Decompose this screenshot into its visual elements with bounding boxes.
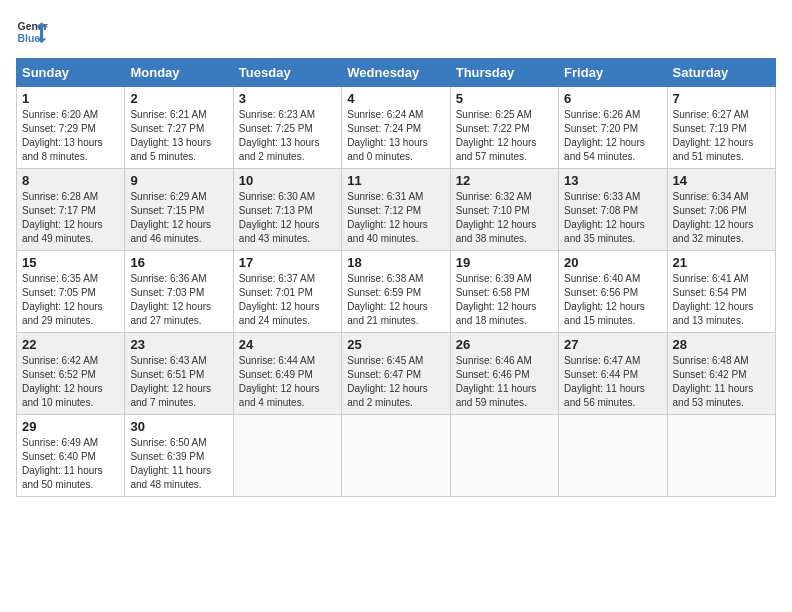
calendar-cell: 20Sunrise: 6:40 AMSunset: 6:56 PMDayligh… bbox=[559, 251, 667, 333]
day-number: 30 bbox=[130, 419, 227, 434]
calendar-cell: 7Sunrise: 6:27 AMSunset: 7:19 PMDaylight… bbox=[667, 87, 775, 169]
day-info: Sunrise: 6:39 AMSunset: 6:58 PMDaylight:… bbox=[456, 272, 553, 328]
col-header-saturday: Saturday bbox=[667, 59, 775, 87]
day-info: Sunrise: 6:44 AMSunset: 6:49 PMDaylight:… bbox=[239, 354, 336, 410]
col-header-monday: Monday bbox=[125, 59, 233, 87]
day-info: Sunrise: 6:20 AMSunset: 7:29 PMDaylight:… bbox=[22, 108, 119, 164]
day-info: Sunrise: 6:50 AMSunset: 6:39 PMDaylight:… bbox=[130, 436, 227, 492]
calendar-cell: 8Sunrise: 6:28 AMSunset: 7:17 PMDaylight… bbox=[17, 169, 125, 251]
day-info: Sunrise: 6:27 AMSunset: 7:19 PMDaylight:… bbox=[673, 108, 770, 164]
calendar-cell: 24Sunrise: 6:44 AMSunset: 6:49 PMDayligh… bbox=[233, 333, 341, 415]
calendar-cell: 12Sunrise: 6:32 AMSunset: 7:10 PMDayligh… bbox=[450, 169, 558, 251]
day-info: Sunrise: 6:45 AMSunset: 6:47 PMDaylight:… bbox=[347, 354, 444, 410]
day-number: 2 bbox=[130, 91, 227, 106]
calendar-cell: 5Sunrise: 6:25 AMSunset: 7:22 PMDaylight… bbox=[450, 87, 558, 169]
day-number: 17 bbox=[239, 255, 336, 270]
day-number: 9 bbox=[130, 173, 227, 188]
calendar-cell: 4Sunrise: 6:24 AMSunset: 7:24 PMDaylight… bbox=[342, 87, 450, 169]
day-info: Sunrise: 6:35 AMSunset: 7:05 PMDaylight:… bbox=[22, 272, 119, 328]
day-info: Sunrise: 6:32 AMSunset: 7:10 PMDaylight:… bbox=[456, 190, 553, 246]
day-info: Sunrise: 6:33 AMSunset: 7:08 PMDaylight:… bbox=[564, 190, 661, 246]
day-number: 4 bbox=[347, 91, 444, 106]
col-header-friday: Friday bbox=[559, 59, 667, 87]
day-info: Sunrise: 6:40 AMSunset: 6:56 PMDaylight:… bbox=[564, 272, 661, 328]
day-number: 25 bbox=[347, 337, 444, 352]
day-number: 8 bbox=[22, 173, 119, 188]
day-number: 11 bbox=[347, 173, 444, 188]
calendar-cell: 27Sunrise: 6:47 AMSunset: 6:44 PMDayligh… bbox=[559, 333, 667, 415]
day-number: 14 bbox=[673, 173, 770, 188]
day-number: 23 bbox=[130, 337, 227, 352]
day-info: Sunrise: 6:34 AMSunset: 7:06 PMDaylight:… bbox=[673, 190, 770, 246]
generalblue-logo-icon: General Blue bbox=[16, 16, 48, 48]
day-info: Sunrise: 6:46 AMSunset: 6:46 PMDaylight:… bbox=[456, 354, 553, 410]
calendar-cell: 2Sunrise: 6:21 AMSunset: 7:27 PMDaylight… bbox=[125, 87, 233, 169]
calendar-cell: 10Sunrise: 6:30 AMSunset: 7:13 PMDayligh… bbox=[233, 169, 341, 251]
col-header-thursday: Thursday bbox=[450, 59, 558, 87]
day-number: 10 bbox=[239, 173, 336, 188]
calendar-cell: 23Sunrise: 6:43 AMSunset: 6:51 PMDayligh… bbox=[125, 333, 233, 415]
day-number: 15 bbox=[22, 255, 119, 270]
calendar-cell: 16Sunrise: 6:36 AMSunset: 7:03 PMDayligh… bbox=[125, 251, 233, 333]
col-header-tuesday: Tuesday bbox=[233, 59, 341, 87]
day-number: 20 bbox=[564, 255, 661, 270]
calendar-table: SundayMondayTuesdayWednesdayThursdayFrid… bbox=[16, 58, 776, 497]
day-info: Sunrise: 6:47 AMSunset: 6:44 PMDaylight:… bbox=[564, 354, 661, 410]
day-number: 5 bbox=[456, 91, 553, 106]
day-info: Sunrise: 6:36 AMSunset: 7:03 PMDaylight:… bbox=[130, 272, 227, 328]
calendar-cell: 21Sunrise: 6:41 AMSunset: 6:54 PMDayligh… bbox=[667, 251, 775, 333]
col-header-wednesday: Wednesday bbox=[342, 59, 450, 87]
day-number: 19 bbox=[456, 255, 553, 270]
calendar-cell: 9Sunrise: 6:29 AMSunset: 7:15 PMDaylight… bbox=[125, 169, 233, 251]
day-info: Sunrise: 6:31 AMSunset: 7:12 PMDaylight:… bbox=[347, 190, 444, 246]
calendar-cell: 13Sunrise: 6:33 AMSunset: 7:08 PMDayligh… bbox=[559, 169, 667, 251]
calendar-cell: 26Sunrise: 6:46 AMSunset: 6:46 PMDayligh… bbox=[450, 333, 558, 415]
day-info: Sunrise: 6:26 AMSunset: 7:20 PMDaylight:… bbox=[564, 108, 661, 164]
day-info: Sunrise: 6:41 AMSunset: 6:54 PMDaylight:… bbox=[673, 272, 770, 328]
calendar-cell: 25Sunrise: 6:45 AMSunset: 6:47 PMDayligh… bbox=[342, 333, 450, 415]
day-number: 28 bbox=[673, 337, 770, 352]
day-info: Sunrise: 6:21 AMSunset: 7:27 PMDaylight:… bbox=[130, 108, 227, 164]
day-info: Sunrise: 6:49 AMSunset: 6:40 PMDaylight:… bbox=[22, 436, 119, 492]
day-info: Sunrise: 6:23 AMSunset: 7:25 PMDaylight:… bbox=[239, 108, 336, 164]
day-info: Sunrise: 6:43 AMSunset: 6:51 PMDaylight:… bbox=[130, 354, 227, 410]
calendar-cell bbox=[667, 415, 775, 497]
calendar-cell: 18Sunrise: 6:38 AMSunset: 6:59 PMDayligh… bbox=[342, 251, 450, 333]
day-number: 12 bbox=[456, 173, 553, 188]
calendar-cell: 11Sunrise: 6:31 AMSunset: 7:12 PMDayligh… bbox=[342, 169, 450, 251]
calendar-cell: 17Sunrise: 6:37 AMSunset: 7:01 PMDayligh… bbox=[233, 251, 341, 333]
calendar-cell: 14Sunrise: 6:34 AMSunset: 7:06 PMDayligh… bbox=[667, 169, 775, 251]
calendar-cell: 19Sunrise: 6:39 AMSunset: 6:58 PMDayligh… bbox=[450, 251, 558, 333]
day-number: 29 bbox=[22, 419, 119, 434]
calendar-cell: 6Sunrise: 6:26 AMSunset: 7:20 PMDaylight… bbox=[559, 87, 667, 169]
day-info: Sunrise: 6:28 AMSunset: 7:17 PMDaylight:… bbox=[22, 190, 119, 246]
day-info: Sunrise: 6:24 AMSunset: 7:24 PMDaylight:… bbox=[347, 108, 444, 164]
day-info: Sunrise: 6:38 AMSunset: 6:59 PMDaylight:… bbox=[347, 272, 444, 328]
day-number: 22 bbox=[22, 337, 119, 352]
day-number: 7 bbox=[673, 91, 770, 106]
calendar-cell bbox=[233, 415, 341, 497]
day-info: Sunrise: 6:30 AMSunset: 7:13 PMDaylight:… bbox=[239, 190, 336, 246]
calendar-cell: 30Sunrise: 6:50 AMSunset: 6:39 PMDayligh… bbox=[125, 415, 233, 497]
day-number: 1 bbox=[22, 91, 119, 106]
logo: General Blue bbox=[16, 16, 48, 48]
day-number: 26 bbox=[456, 337, 553, 352]
svg-text:Blue: Blue bbox=[18, 33, 41, 44]
day-number: 3 bbox=[239, 91, 336, 106]
day-info: Sunrise: 6:48 AMSunset: 6:42 PMDaylight:… bbox=[673, 354, 770, 410]
day-number: 18 bbox=[347, 255, 444, 270]
calendar-cell: 15Sunrise: 6:35 AMSunset: 7:05 PMDayligh… bbox=[17, 251, 125, 333]
day-info: Sunrise: 6:42 AMSunset: 6:52 PMDaylight:… bbox=[22, 354, 119, 410]
day-number: 21 bbox=[673, 255, 770, 270]
col-header-sunday: Sunday bbox=[17, 59, 125, 87]
day-number: 24 bbox=[239, 337, 336, 352]
calendar-cell: 28Sunrise: 6:48 AMSunset: 6:42 PMDayligh… bbox=[667, 333, 775, 415]
day-info: Sunrise: 6:25 AMSunset: 7:22 PMDaylight:… bbox=[456, 108, 553, 164]
calendar-cell: 1Sunrise: 6:20 AMSunset: 7:29 PMDaylight… bbox=[17, 87, 125, 169]
calendar-cell: 22Sunrise: 6:42 AMSunset: 6:52 PMDayligh… bbox=[17, 333, 125, 415]
header: General Blue bbox=[16, 16, 776, 48]
day-info: Sunrise: 6:29 AMSunset: 7:15 PMDaylight:… bbox=[130, 190, 227, 246]
day-number: 6 bbox=[564, 91, 661, 106]
day-number: 27 bbox=[564, 337, 661, 352]
calendar-cell bbox=[450, 415, 558, 497]
